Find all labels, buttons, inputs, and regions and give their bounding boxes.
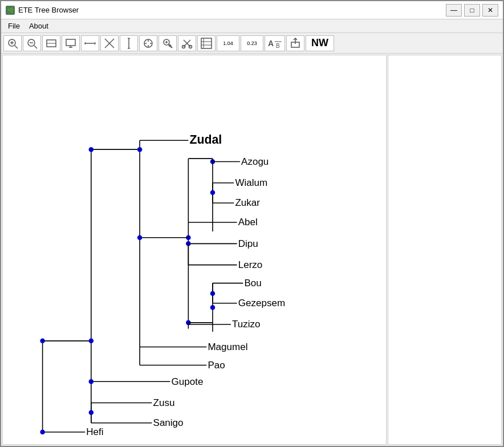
svg-point-51 — [40, 339, 45, 344]
search-button[interactable] — [158, 35, 177, 51]
zoom-in-icon — [7, 38, 18, 49]
node-wialum[interactable]: Wialum — [235, 177, 267, 188]
monitor-button[interactable] — [62, 35, 80, 51]
svg-point-72 — [137, 235, 143, 240]
export-icon — [290, 38, 301, 49]
fit-icon — [46, 38, 57, 49]
svg-line-16 — [105, 39, 109, 43]
svg-text:B: B — [276, 43, 280, 49]
svg-rect-9 — [66, 39, 75, 46]
node-gezepsem[interactable]: Gezepsem — [238, 298, 285, 308]
node-abel[interactable]: Abel — [238, 217, 258, 227]
node-zudal[interactable]: Zudal — [189, 133, 222, 147]
app-icon: 🌿 — [6, 6, 15, 15]
svg-line-17 — [109, 39, 114, 43]
node-dipu[interactable]: Dipu — [238, 238, 258, 249]
svg-point-61 — [89, 147, 94, 152]
nw-button[interactable]: NW — [306, 35, 334, 51]
node-magumel[interactable]: Magumel — [208, 342, 247, 352]
title-bar: 🌿 ETE Tree Browser — □ ✕ — [1, 1, 503, 19]
svg-point-93 — [210, 291, 216, 296]
cut-icon — [181, 38, 193, 49]
info-panel — [388, 55, 502, 445]
scale2-button[interactable]: 0.23 — [241, 35, 263, 51]
node-gupote[interactable]: Gupote — [172, 376, 204, 387]
treeview-button[interactable] — [197, 35, 216, 51]
svg-rect-38 — [201, 38, 212, 48]
h-expand-icon — [84, 38, 96, 49]
svg-line-1 — [15, 46, 18, 48]
scale1-label: 1.04 — [223, 40, 233, 46]
main-window: 🌿 ETE Tree Browser — □ ✕ File About — [0, 0, 504, 447]
svg-point-59 — [89, 379, 94, 384]
v-expand-icon — [123, 38, 135, 49]
maximize-button[interactable]: □ — [464, 4, 480, 17]
node-zukar[interactable]: Zukar — [235, 197, 260, 208]
window-title: ETE Tree Browser — [18, 6, 79, 14]
monitor-icon — [65, 38, 76, 49]
font-icon: A B — [267, 37, 283, 50]
font-button[interactable]: A B — [265, 35, 285, 51]
zoom-in-button[interactable] — [3, 35, 22, 51]
tree-canvas: Hefi Zusu Sanigo — [3, 55, 386, 444]
fit-button[interactable] — [42, 35, 60, 51]
node-zusu[interactable]: Zusu — [153, 397, 175, 408]
collapse-icon — [143, 38, 154, 49]
h-expand-button[interactable] — [81, 35, 99, 51]
svg-point-89 — [210, 305, 216, 310]
node-tuzizo[interactable]: Tuzizo — [232, 319, 261, 330]
node-sanigo[interactable]: Sanigo — [153, 417, 184, 428]
svg-line-18 — [105, 43, 109, 48]
zoom-out-icon — [26, 38, 38, 49]
all-expand-button[interactable] — [100, 35, 119, 51]
tree-panel[interactable]: Hefi Zusu Sanigo — [2, 55, 387, 445]
menu-file[interactable]: File — [3, 21, 25, 31]
collapse-button[interactable] — [139, 35, 157, 51]
svg-marker-15 — [95, 42, 96, 45]
node-lerzo[interactable]: Lerzo — [238, 259, 263, 270]
scale2-label: 0.23 — [247, 40, 257, 46]
svg-marker-21 — [127, 38, 131, 39]
node-hefi[interactable]: Hefi — [86, 426, 103, 437]
svg-point-49 — [40, 429, 45, 434]
svg-point-57 — [89, 410, 94, 415]
cut-button[interactable] — [178, 35, 196, 51]
node-pao[interactable]: Pao — [208, 360, 225, 371]
minimize-button[interactable]: — — [446, 4, 462, 17]
nw-label: NW — [311, 37, 328, 49]
v-expand-button[interactable] — [120, 35, 138, 51]
svg-point-79 — [210, 190, 216, 196]
node-azogu[interactable]: Azogu — [241, 156, 269, 167]
svg-marker-23 — [127, 48, 131, 49]
svg-line-5 — [34, 46, 37, 48]
zoom-out-button[interactable] — [23, 35, 41, 51]
svg-point-53 — [89, 339, 94, 344]
svg-line-19 — [109, 43, 114, 48]
svg-text:A: A — [268, 39, 274, 48]
main-area: Hefi Zusu Sanigo — [1, 54, 503, 446]
title-controls: — □ ✕ — [446, 4, 498, 17]
all-expand-icon — [104, 38, 115, 49]
export-button[interactable] — [286, 35, 304, 51]
menu-about[interactable]: About — [25, 21, 53, 31]
menu-bar: File About — [1, 19, 503, 33]
svg-point-64 — [137, 147, 143, 152]
tree-svg: Hefi Zusu Sanigo — [3, 55, 386, 444]
scale1-button[interactable]: 1.04 — [217, 35, 239, 51]
title-bar-left: 🌿 ETE Tree Browser — [6, 6, 79, 15]
close-button[interactable]: ✕ — [482, 4, 498, 17]
svg-marker-13 — [84, 42, 86, 45]
node-bou[interactable]: Bou — [244, 278, 261, 288]
search-icon — [162, 38, 173, 49]
treeview-icon — [201, 38, 212, 49]
toolbar: 1.04 0.23 A B NW — [1, 33, 503, 54]
